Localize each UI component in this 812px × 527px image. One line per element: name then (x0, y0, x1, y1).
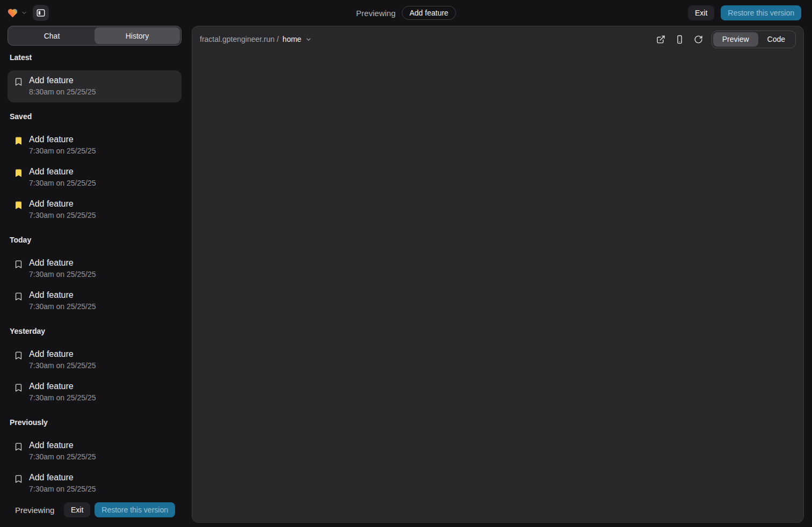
history-item[interactable]: Add feature 7:30am on 25/25/25 (8, 285, 182, 317)
history-item-title: Add feature (29, 167, 96, 177)
history-section-items: Add feature 7:30am on 25/25/25 Add featu… (8, 344, 182, 408)
history-section: Saved Add feature 7:30am on 25/25/25 Add… (8, 112, 182, 226)
bookmark-filled-icon (14, 201, 23, 210)
history-item-title: Add feature (29, 290, 96, 300)
topbar-right: Exit Restore this version (688, 5, 801, 20)
history-item-timestamp: 8:30am on 25/25/25 (29, 87, 96, 96)
tab-history[interactable]: History (95, 27, 180, 44)
history-item-timestamp: 7:30am on 25/25/25 (29, 452, 96, 461)
history-item-text: Add feature 7:30am on 25/25/25 (29, 382, 96, 402)
sidebar-tabs: Chat History (8, 26, 182, 46)
url-current-page: home (282, 35, 301, 43)
history-item[interactable]: Add feature 7:30am on 25/25/25 (8, 435, 182, 467)
history-item-timestamp: 7:30am on 25/25/25 (29, 302, 96, 311)
history-item-text: Add feature 7:30am on 25/25/25 (29, 199, 96, 219)
history-section-items: Add feature 8:30am on 25/25/25 (8, 70, 182, 103)
history-item-title: Add feature (29, 258, 96, 268)
history-item[interactable]: Add feature 8:30am on 25/25/25 (8, 70, 182, 103)
history-section: Today Add feature 7:30am on 25/25/25 Add… (8, 236, 182, 317)
history-item[interactable]: Add feature 7:30am on 25/25/25 (8, 467, 182, 500)
project-menu-chevron-icon[interactable] (21, 10, 27, 16)
topbar: Previewing Add feature Exit Restore this… (0, 0, 812, 26)
history-item-title: Add feature (29, 441, 96, 450)
panel-left-icon (36, 8, 46, 18)
preview-header: fractal.gptengineer.run / home (192, 26, 803, 52)
history-item-timestamp: 7:30am on 25/25/25 (29, 211, 96, 219)
history-section-label: Saved (10, 112, 182, 121)
history-item[interactable]: Add feature 7:30am on 25/25/25 (8, 129, 182, 162)
bookmark-filled-icon (14, 136, 23, 145)
history-item-title: Add feature (29, 349, 96, 359)
url-prefix: fractal.gptengineer.run / (200, 35, 279, 43)
bookmark-outline-icon (14, 383, 23, 392)
history-item-text: Add feature 7:30am on 25/25/25 (29, 473, 96, 493)
open-in-new-tab-button[interactable] (654, 32, 669, 47)
history-item-title: Add feature (29, 382, 96, 391)
history-item-text: Add feature 7:30am on 25/25/25 (29, 135, 96, 155)
external-link-icon (656, 35, 665, 44)
bookmark-outline-icon (14, 260, 23, 269)
history-item-text: Add feature 7:30am on 25/25/25 (29, 441, 96, 461)
history-section-label: Yesterday (10, 327, 182, 335)
history-item-title: Add feature (29, 135, 96, 144)
footer-exit-button[interactable]: Exit (64, 502, 90, 517)
bookmark-filled-icon (14, 169, 23, 178)
history-section-label: Latest (10, 53, 182, 62)
history-section-items: Add feature 7:30am on 25/25/25 Add featu… (8, 129, 182, 226)
history-list: Latest Add feature 8:30am on 25/25/25 Sa… (8, 53, 182, 500)
url-dropdown-chevron-icon (305, 36, 312, 43)
history-item-timestamp: 7:30am on 25/25/25 (29, 270, 96, 279)
history-item-text: Add feature 8:30am on 25/25/25 (29, 76, 96, 96)
history-item-timestamp: 7:30am on 25/25/25 (29, 393, 96, 402)
bookmark-outline-icon (14, 442, 23, 451)
history-sidebar: Chat History Latest Add feature 8:30am o… (8, 26, 182, 519)
version-badge[interactable]: Add feature (402, 6, 455, 20)
preview-pane: fractal.gptengineer.run / home (192, 26, 804, 523)
bookmark-outline-icon (14, 351, 23, 360)
history-item-timestamp: 7:30am on 25/25/25 (29, 485, 96, 493)
topbar-center: Previewing Add feature (356, 0, 456, 26)
history-item-text: Add feature 7:30am on 25/25/25 (29, 167, 96, 187)
preview-code-toggle: Preview Code (712, 31, 796, 48)
history-item[interactable]: Add feature 7:30am on 25/25/25 (8, 344, 182, 376)
sidebar-footer: Previewing Exit Restore this version (8, 500, 182, 519)
bookmark-outline-icon (14, 77, 23, 86)
lovable-heart-logo-icon[interactable] (6, 8, 19, 19)
history-section-items: Add feature 7:30am on 25/25/25 Add featu… (8, 253, 182, 317)
history-section: Latest Add feature 8:30am on 25/25/25 (8, 53, 182, 103)
footer-previewing-label: Previewing (15, 506, 54, 515)
sidebar-toggle-button[interactable] (33, 5, 49, 21)
history-item-text: Add feature 7:30am on 25/25/25 (29, 349, 96, 370)
topbar-left (6, 5, 49, 21)
toggle-code[interactable]: Code (758, 32, 794, 47)
history-item[interactable]: Add feature 7:30am on 25/25/25 (8, 162, 182, 194)
history-item-timestamp: 7:30am on 25/25/25 (29, 179, 96, 187)
history-item-timestamp: 7:30am on 25/25/25 (29, 147, 96, 155)
exit-button[interactable]: Exit (688, 5, 714, 20)
refresh-icon (694, 35, 703, 44)
url-breadcrumb[interactable]: fractal.gptengineer.run / home (200, 35, 312, 43)
history-item[interactable]: Add feature 7:30am on 25/25/25 (8, 376, 182, 408)
mobile-view-button[interactable] (672, 32, 687, 47)
history-section-label: Today (10, 236, 182, 244)
history-item[interactable]: Add feature 7:30am on 25/25/25 (8, 253, 182, 285)
history-item-timestamp: 7:30am on 25/25/25 (29, 361, 96, 370)
history-section-label: Previously (10, 418, 182, 427)
history-item-title: Add feature (29, 473, 96, 482)
previewing-label: Previewing (356, 9, 395, 18)
restore-version-button[interactable]: Restore this version (721, 5, 801, 20)
history-item[interactable]: Add feature 7:30am on 25/25/25 (8, 194, 182, 226)
refresh-button[interactable] (691, 32, 706, 47)
history-item-text: Add feature 7:30am on 25/25/25 (29, 258, 96, 279)
history-section: Yesterday Add feature 7:30am on 25/25/25… (8, 327, 182, 408)
tab-chat[interactable]: Chat (9, 27, 95, 44)
preview-content (192, 52, 803, 522)
history-section-items: Add feature 7:30am on 25/25/25 Add featu… (8, 435, 182, 500)
preview-actions (654, 32, 706, 47)
footer-restore-version-button[interactable]: Restore this version (95, 502, 175, 517)
history-item-title: Add feature (29, 199, 96, 209)
toggle-preview[interactable]: Preview (713, 32, 758, 47)
history-item-title: Add feature (29, 76, 96, 85)
bookmark-outline-icon (14, 474, 23, 484)
history-item-text: Add feature 7:30am on 25/25/25 (29, 290, 96, 311)
